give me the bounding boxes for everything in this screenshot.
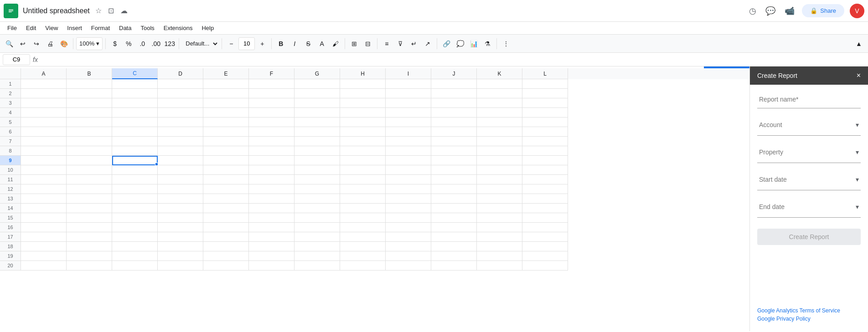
grid-cell[interactable] — [21, 261, 67, 271]
grid-cell[interactable] — [294, 194, 340, 204]
col-header-E[interactable]: E — [203, 68, 249, 79]
undo-button[interactable]: ↩ — [16, 37, 29, 50]
grid-cell[interactable] — [158, 79, 203, 89]
search-button[interactable]: 🔍 — [3, 37, 16, 50]
grid-cell[interactable] — [21, 242, 67, 251]
col-header-J[interactable]: J — [431, 68, 477, 79]
grid-cell[interactable] — [477, 79, 522, 89]
grid-cell[interactable] — [67, 251, 112, 261]
grid-cell[interactable] — [21, 223, 67, 232]
grid-cell[interactable] — [158, 127, 203, 137]
grid-cell[interactable] — [522, 251, 568, 261]
grid-cell[interactable] — [21, 251, 67, 261]
grid-cell[interactable] — [249, 184, 294, 194]
grid-cell[interactable] — [294, 213, 340, 223]
folder-icon[interactable]: ⊡ — [106, 5, 116, 17]
grid-cell[interactable] — [112, 127, 158, 137]
col-header-D[interactable]: D — [158, 68, 203, 79]
grid-cell[interactable] — [431, 127, 477, 137]
grid-cell[interactable] — [112, 194, 158, 204]
grid-cell[interactable] — [112, 175, 158, 184]
grid-cell[interactable] — [431, 146, 477, 156]
grid-cell[interactable] — [249, 204, 294, 213]
col-header-H[interactable]: H — [340, 68, 386, 79]
grid-cell[interactable] — [294, 127, 340, 137]
grid-cell[interactable] — [386, 232, 431, 242]
grid-cell[interactable] — [67, 184, 112, 194]
grid-cell[interactable] — [249, 137, 294, 146]
star-icon[interactable]: ☆ — [93, 5, 103, 17]
grid-cell[interactable] — [294, 108, 340, 117]
grid-cell[interactable] — [477, 213, 522, 223]
grid-cell[interactable] — [158, 156, 203, 165]
grid-cell[interactable] — [386, 98, 431, 108]
grid-cell[interactable] — [340, 175, 386, 184]
grid-cell[interactable] — [203, 232, 249, 242]
grid-cell[interactable] — [477, 156, 522, 165]
col-header-L[interactable]: L — [522, 68, 568, 79]
grid-cell[interactable] — [203, 108, 249, 117]
grid-cell[interactable] — [203, 204, 249, 213]
grid-cell[interactable] — [67, 242, 112, 251]
grid-cell[interactable] — [294, 232, 340, 242]
menu-tools[interactable]: Tools — [137, 24, 158, 32]
grid-cell[interactable] — [158, 89, 203, 98]
grid-cell[interactable] — [21, 108, 67, 117]
grid-cell[interactable] — [477, 223, 522, 232]
end-date-dropdown[interactable]: End date ▾ — [757, 196, 861, 218]
decimal-dec-button[interactable]: .0 — [136, 37, 149, 50]
merge-button[interactable]: ⊟ — [362, 37, 374, 50]
grid-cell[interactable] — [340, 98, 386, 108]
comment-icon[interactable]: 💬 — [764, 4, 777, 18]
col-header-C[interactable]: C — [112, 68, 158, 79]
grid-cell[interactable] — [249, 175, 294, 184]
grid-cell[interactable] — [340, 204, 386, 213]
grid-cell[interactable] — [21, 175, 67, 184]
history-icon[interactable]: ◷ — [747, 4, 758, 18]
grid-cell[interactable] — [522, 194, 568, 204]
grid-cell[interactable] — [203, 79, 249, 89]
grid-cell[interactable] — [522, 165, 568, 175]
grid-cell[interactable] — [112, 223, 158, 232]
grid-cell[interactable] — [294, 137, 340, 146]
grid-cell[interactable] — [158, 204, 203, 213]
formula-input[interactable] — [41, 54, 865, 65]
grid-cell[interactable] — [431, 108, 477, 117]
menu-help[interactable]: Help — [198, 24, 217, 32]
grid-cell[interactable] — [477, 261, 522, 271]
grid-cell[interactable] — [21, 127, 67, 137]
grid-cell[interactable] — [249, 89, 294, 98]
menu-view[interactable]: View — [41, 24, 62, 32]
privacy-policy-link[interactable]: Google Privacy Policy — [757, 316, 861, 322]
more-options-button[interactable]: ⋮ — [500, 37, 512, 50]
grid-cell[interactable] — [67, 98, 112, 108]
grid-cell[interactable] — [21, 213, 67, 223]
col-header-I[interactable]: I — [386, 68, 431, 79]
grid-cell[interactable] — [386, 184, 431, 194]
grid-cell[interactable] — [158, 98, 203, 108]
report-name-input[interactable] — [757, 90, 861, 108]
grid-cell[interactable] — [203, 89, 249, 98]
grid-cell[interactable] — [340, 261, 386, 271]
grid-cell[interactable] — [431, 242, 477, 251]
grid-cell[interactable] — [158, 223, 203, 232]
grid-cell[interactable] — [21, 194, 67, 204]
grid-cell[interactable] — [112, 261, 158, 271]
grid-cell[interactable] — [112, 117, 158, 127]
grid-cell[interactable] — [431, 204, 477, 213]
grid-cell[interactable] — [21, 165, 67, 175]
grid-cell[interactable] — [294, 184, 340, 194]
grid-cell[interactable] — [294, 251, 340, 261]
grid-cell[interactable] — [522, 204, 568, 213]
grid-cell[interactable] — [340, 137, 386, 146]
grid-cell[interactable] — [522, 137, 568, 146]
grid-cell[interactable] — [294, 98, 340, 108]
grid-cell[interactable] — [386, 127, 431, 137]
grid-cell[interactable] — [340, 89, 386, 98]
grid-cell[interactable] — [112, 156, 158, 165]
share-button[interactable]: 🔒 Share — [802, 4, 844, 17]
grid-cell[interactable] — [522, 127, 568, 137]
text-wrap-button[interactable]: ↵ — [408, 37, 420, 50]
grid-cell[interactable] — [477, 89, 522, 98]
grid-cell[interactable] — [340, 194, 386, 204]
